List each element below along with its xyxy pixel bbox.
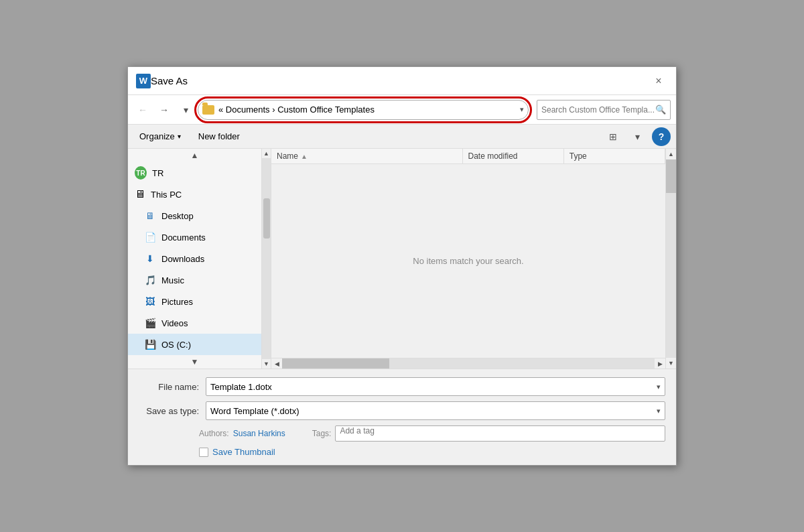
sidebar-item-desktop[interactable]: 🖥 Desktop (128, 205, 261, 226)
horizontal-scrollbar: ◀ ▶ (271, 358, 665, 369)
file-list-body: No items match your search. (271, 164, 665, 358)
thumbnail-checkbox-label[interactable]: Save Thumbnail (199, 447, 275, 457)
downloads-icon: ⬇ (144, 253, 156, 265)
sidebar-scroll-thumb[interactable] (263, 198, 270, 239)
col-header-name[interactable]: Name ▲ (271, 149, 463, 163)
sidebar-item-pictures[interactable]: 🖼 Pictures (128, 291, 261, 312)
folder-icon (202, 105, 214, 115)
tr-icon: TR (135, 167, 147, 179)
form-area: File name: ▾ Save as type: Word Template… (128, 369, 676, 465)
scroll-track (282, 358, 655, 369)
sidebar-label-os-c: OS (C:) (161, 340, 191, 350)
sidebar-scroll-down-arrow[interactable]: ▼ (263, 359, 269, 369)
thumbnail-label: Save Thumbnail (212, 447, 275, 457)
tags-input[interactable] (340, 426, 661, 436)
vert-scroll-down[interactable]: ▼ (666, 358, 676, 369)
save-type-label: Save as type: (139, 406, 206, 416)
file-name-label: File name: (139, 382, 206, 392)
close-button[interactable]: × (649, 72, 668, 90)
file-name-dropdown-arrow[interactable]: ▾ (657, 383, 661, 391)
sidebar-scroll-up-arrow[interactable]: ▲ (263, 149, 269, 158)
tags-input-container[interactable] (335, 425, 665, 442)
breadcrumb[interactable]: « Documents › Custom Office Templates ▾ (198, 100, 529, 120)
documents-icon: 📄 (144, 231, 156, 243)
col-name-label: Name (277, 151, 298, 161)
organize-arrow-icon: ▾ (178, 133, 181, 140)
sidebar-scroll-up[interactable]: ▲ (128, 149, 261, 162)
sidebar-scrollbar: ▲ ▼ (262, 149, 271, 369)
authors-label: Authors: (199, 429, 229, 438)
sidebar-item-label-tr: TR (152, 168, 163, 178)
os-c-icon: 💾 (144, 338, 156, 350)
save-type-row: Save as type: Word Template (*.dotx) ▾ (139, 401, 665, 420)
view-arrow-icon: ▾ (635, 131, 640, 142)
sidebar-item-documents[interactable]: 📄 Documents (128, 226, 261, 248)
sidebar-item-downloads[interactable]: ⬇ Downloads (128, 248, 261, 269)
organize-label: Organize (139, 131, 175, 141)
pc-icon: 🖥 (135, 188, 145, 200)
scroll-left-arrow[interactable]: ◀ (271, 358, 282, 369)
vert-scroll-track (666, 159, 676, 358)
music-icon: 🎵 (144, 274, 156, 286)
sidebar-item-videos[interactable]: 🎬 Videos (128, 312, 261, 334)
vert-scroll-up[interactable]: ▲ (666, 149, 676, 159)
sidebar-scroll-down[interactable]: ▼ (128, 355, 261, 369)
search-icon[interactable]: 🔍 (655, 105, 666, 115)
save-type-dropdown-arrow[interactable]: ▾ (657, 407, 661, 415)
this-pc-label: This PC (151, 190, 182, 200)
save-as-dialog: W Save As × ← → ▾ « Documents › Custom O… (127, 66, 677, 466)
view-icon: ⊞ (609, 131, 617, 142)
desktop-icon: 🖥 (144, 210, 156, 222)
sidebar-item-tr[interactable]: TR TR (128, 162, 261, 184)
pictures-icon: 🖼 (144, 295, 156, 308)
sidebar: ▲ TR TR 🖥 This PC 🖥 Desktop 📄 Do (128, 149, 262, 369)
search-input[interactable] (541, 105, 655, 115)
col-header-type[interactable]: Type (564, 149, 665, 163)
dialog-title: Save As (151, 75, 649, 86)
main-area: ▲ TR TR 🖥 This PC 🖥 Desktop 📄 Do (128, 149, 676, 369)
sidebar-scroll-track (262, 158, 271, 359)
sidebar-label-desktop: Desktop (161, 211, 194, 221)
empty-message: No items match your search. (413, 256, 523, 266)
help-button[interactable]: ? (652, 127, 671, 146)
sidebar-item-this-pc[interactable]: 🖥 This PC (128, 184, 261, 205)
col-type-label: Type (570, 151, 587, 161)
sort-arrow-icon: ▲ (301, 153, 308, 160)
sidebar-label-downloads: Downloads (161, 254, 204, 264)
vert-scroll-thumb[interactable] (666, 159, 676, 193)
thumbnail-checkbox[interactable] (199, 448, 208, 457)
nav-dropdown-button[interactable]: ▾ (176, 101, 195, 119)
file-name-control[interactable]: ▾ (206, 377, 665, 396)
title-bar: W Save As × (128, 67, 676, 95)
word-icon: W (136, 74, 151, 88)
new-folder-button[interactable]: New folder (192, 129, 246, 144)
file-name-input[interactable] (210, 382, 657, 392)
sidebar-item-os-c[interactable]: 💾 OS (C:) (128, 334, 261, 355)
sidebar-label-pictures: Pictures (161, 297, 193, 307)
scroll-thumb[interactable] (282, 358, 389, 369)
file-list-header: Name ▲ Date modified Type (271, 149, 665, 164)
search-box[interactable]: 🔍 (537, 100, 671, 120)
back-button[interactable]: ← (133, 101, 152, 119)
breadcrumb-path: « Documents › Custom Office Templates (218, 105, 517, 115)
scroll-right-arrow[interactable]: ▶ (655, 358, 665, 369)
sidebar-label-videos: Videos (161, 318, 188, 328)
view-arrow-button[interactable]: ▾ (628, 127, 647, 146)
save-type-control[interactable]: Word Template (*.dotx) ▾ (206, 401, 665, 420)
col-header-date[interactable]: Date modified (463, 149, 564, 163)
organize-button[interactable]: Organize ▾ (133, 129, 187, 144)
new-folder-label: New folder (198, 131, 240, 141)
file-list: Name ▲ Date modified Type No items match… (271, 149, 665, 369)
authors-value[interactable]: Susan Harkins (233, 429, 285, 438)
view-button[interactable]: ⊞ (604, 127, 622, 146)
save-type-value: Word Template (*.dotx) (210, 406, 299, 416)
col-date-label: Date modified (468, 151, 518, 161)
toolbar: Organize ▾ New folder ⊞ ▾ ? (128, 125, 676, 149)
forward-button[interactable]: → (155, 101, 174, 119)
vertical-scrollbar: ▲ ▼ (665, 149, 676, 369)
sidebar-label-documents: Documents (161, 232, 206, 243)
sidebar-item-music[interactable]: 🎵 Music (128, 269, 261, 291)
breadcrumb-chevron-icon: ▾ (520, 105, 524, 114)
meta-row: Authors: Susan Harkins Tags: (139, 425, 665, 442)
sidebar-label-music: Music (161, 275, 184, 285)
